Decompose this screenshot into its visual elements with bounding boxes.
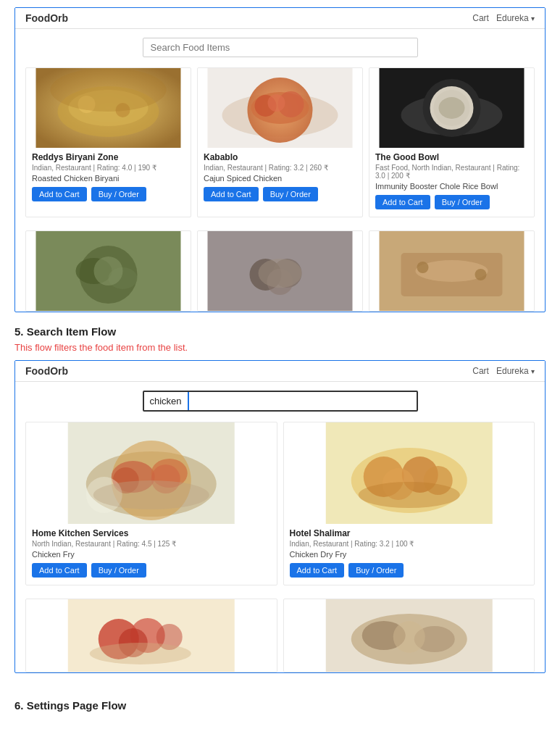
frame2-food-grid-row2 bbox=[15, 596, 545, 672]
shalimar-item: Chicken Dry Fry bbox=[290, 550, 529, 559]
section5-num: 5. bbox=[14, 325, 24, 338]
homekitchen-item: Chicken Fry bbox=[32, 550, 271, 559]
svg-point-12 bbox=[268, 94, 285, 112]
frame2-app: FoodOrb Cart Edureka ▾ chicken bbox=[14, 360, 546, 673]
shalimar-actions: Add to Cart Buy / Order bbox=[290, 563, 529, 578]
frame2-logo: FoodOrb bbox=[25, 365, 68, 377]
row2-img1 bbox=[26, 231, 191, 311]
logo: FoodOrb bbox=[25, 12, 68, 24]
food-card-row2-3 bbox=[369, 230, 535, 312]
frame2-row2-card1 bbox=[25, 599, 277, 672]
shalimar-meta: Indian, Restaurant | Rating: 3.2 | 100 ₹ bbox=[290, 540, 529, 548]
kabablo-card-body: Kabablo Indian, Restaurant | Rating: 3.2… bbox=[198, 148, 362, 209]
section5-desc: This flow filters the food item from the… bbox=[14, 342, 546, 353]
nav-right: Cart Edureka ▾ bbox=[472, 13, 535, 23]
biryani-order[interactable]: Buy / Order bbox=[91, 187, 146, 201]
biryani-card-body: Reddys Biryani Zone Indian, Restaurant |… bbox=[26, 148, 191, 209]
goodbowl-name: The Good Bowl bbox=[375, 152, 528, 162]
section6-heading-wrap: 6. Settings Page Flow bbox=[14, 699, 546, 712]
frame1-app: FoodOrb Cart Edureka ▾ bbox=[14, 7, 546, 312]
section6-label: Settings Page Flow bbox=[27, 699, 127, 712]
watermark-region: ureka! FoodOrb Cart Edureka ▾ chicken bbox=[14, 360, 546, 686]
homekitchen-meta: North Indian, Restaurant | Rating: 4.5 |… bbox=[32, 540, 271, 548]
svg-point-18 bbox=[439, 97, 465, 119]
shalimar-img bbox=[284, 422, 535, 524]
homekitchen-actions: Add to Cart Buy / Order bbox=[32, 563, 271, 578]
svg-point-49 bbox=[358, 482, 459, 508]
goodbowl-add-cart[interactable]: Add to Cart bbox=[375, 195, 430, 209]
frame2-search-container: chicken bbox=[143, 391, 418, 412]
svg-point-28 bbox=[259, 259, 302, 288]
frame2-user-dropdown: ▾ bbox=[531, 367, 535, 375]
kabablo-meta: Indian, Restaurant | Rating: 3.2 | 260 ₹ bbox=[204, 164, 356, 172]
svg-point-32 bbox=[417, 262, 429, 273]
search-cursor-area[interactable] bbox=[189, 398, 417, 405]
frame2-user-menu[interactable]: Edureka ▾ bbox=[496, 366, 535, 376]
section5-title: 5. Search Item Flow bbox=[14, 325, 546, 338]
biryani-name: Reddys Biryani Zone bbox=[32, 152, 185, 162]
search-input-frame1[interactable] bbox=[143, 38, 418, 57]
shalimar-card-body: Hotel Shalimar Indian, Restaurant | Rati… bbox=[284, 524, 535, 585]
svg-point-23 bbox=[94, 257, 123, 285]
svg-point-60 bbox=[393, 621, 425, 653]
homekitchen-name: Home Kitchen Services bbox=[32, 528, 271, 538]
svg-point-5 bbox=[51, 68, 167, 112]
shalimar-order[interactable]: Buy / Order bbox=[348, 563, 404, 578]
kabablo-item: Cajun Spiced Chicken bbox=[204, 174, 356, 183]
cart-link[interactable]: Cart bbox=[472, 13, 489, 23]
food-card-row2-1 bbox=[25, 230, 191, 312]
biryani-add-cart[interactable]: Add to Cart bbox=[32, 187, 87, 201]
frame1-navbar: FoodOrb Cart Edureka ▾ bbox=[15, 8, 545, 29]
goodbowl-item: Immunity Booster Chole Rice Bowl bbox=[375, 182, 528, 191]
section5-label: Search Item Flow bbox=[27, 325, 116, 338]
section6-title: 6. Settings Page Flow bbox=[14, 699, 546, 712]
user-dropdown-arrow: ▾ bbox=[531, 14, 535, 22]
goodbowl-card-body: The Good Bowl Fast Food, North Indian, R… bbox=[369, 148, 534, 217]
shalimar-add-cart[interactable]: Add to Cart bbox=[290, 563, 345, 578]
food-card-shalimar: Hotel Shalimar Indian, Restaurant | Rati… bbox=[283, 422, 535, 585]
frame2-row2-img2 bbox=[284, 599, 535, 672]
homekitchen-order[interactable]: Buy / Order bbox=[91, 563, 146, 578]
food-card-homekitchen: Home Kitchen Services North Indian, Rest… bbox=[25, 422, 277, 585]
row2-img3 bbox=[369, 231, 534, 311]
frame2-nav-right: Cart Edureka ▾ bbox=[472, 366, 535, 376]
kabablo-name: Kabablo bbox=[204, 152, 356, 162]
frame1-food-grid: Reddys Biryani Zone Indian, Restaurant |… bbox=[15, 64, 545, 228]
frame2-navbar: FoodOrb Cart Edureka ▾ bbox=[15, 361, 545, 382]
frame2-row2-card2 bbox=[283, 599, 535, 672]
food-card-kabablo: Kabablo Indian, Restaurant | Rating: 3.2… bbox=[197, 67, 363, 217]
goodbowl-order[interactable]: Buy / Order bbox=[435, 195, 490, 209]
kabablo-img bbox=[198, 68, 362, 148]
svg-point-55 bbox=[90, 643, 191, 664]
section5-heading-wrap: 5. Search Item Flow This flow filters th… bbox=[14, 325, 546, 353]
food-card-goodbowl: The Good Bowl Fast Food, North Indian, R… bbox=[369, 67, 535, 217]
svg-point-33 bbox=[475, 269, 487, 280]
biryani-actions: Add to Cart Buy / Order bbox=[32, 187, 185, 201]
kabablo-order[interactable]: Buy / Order bbox=[263, 187, 318, 201]
food-card-biryani: Reddys Biryani Zone Indian, Restaurant |… bbox=[25, 67, 191, 217]
frame2-cart-link[interactable]: Cart bbox=[472, 366, 489, 376]
frame2-row2-img1 bbox=[26, 599, 277, 672]
biryani-img bbox=[26, 68, 191, 148]
section6-num: 6. bbox=[14, 699, 24, 712]
goodbowl-actions: Add to Cart Buy / Order bbox=[375, 195, 528, 209]
frame2-food-grid: Home Kitchen Services North Indian, Rest… bbox=[15, 419, 545, 596]
search-typed-value: chicken bbox=[144, 392, 189, 410]
homekitchen-img bbox=[26, 422, 277, 524]
biryani-item: Roasted Chicken Biryani bbox=[32, 174, 185, 183]
frame1-search-wrap bbox=[15, 29, 545, 64]
goodbowl-meta: Fast Food, North Indian, Restaurant | Ra… bbox=[375, 164, 528, 180]
frame2-search-wrap: chicken bbox=[15, 382, 545, 419]
food-card-row2-2 bbox=[197, 230, 363, 312]
shalimar-name: Hotel Shalimar bbox=[290, 528, 529, 538]
goodbowl-img bbox=[369, 68, 534, 148]
frame1-food-grid-row2 bbox=[15, 228, 545, 312]
homekitchen-card-body: Home Kitchen Services North Indian, Rest… bbox=[26, 524, 277, 585]
biryani-meta: Indian, Restaurant | Rating: 4.0 | 190 ₹ bbox=[32, 164, 185, 172]
row2-img2 bbox=[198, 231, 362, 311]
page-wrapper: FoodOrb Cart Edureka ▾ bbox=[14, 7, 546, 712]
svg-point-42 bbox=[93, 480, 209, 509]
user-menu[interactable]: Edureka ▾ bbox=[496, 13, 535, 23]
homekitchen-add-cart[interactable]: Add to Cart bbox=[32, 563, 87, 578]
kabablo-add-cart[interactable]: Add to Cart bbox=[204, 187, 259, 201]
